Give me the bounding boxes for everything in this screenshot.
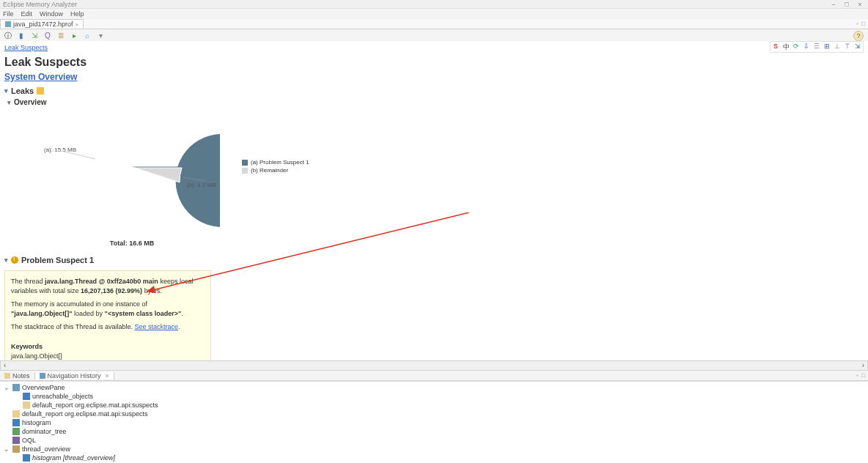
maximize-icon[interactable]: □ — [843, 1, 850, 8]
bottom-minmax: ▫ □ — [856, 372, 865, 379]
close-tab-icon[interactable]: × — [76, 21, 79, 28]
tool-g-icon[interactable]: ⇲ — [853, 42, 862, 51]
breadcrumb: Leak Suspects — [0, 41, 868, 54]
twisty-icon[interactable]: ▾ — [4, 256, 8, 264]
tree-item-thread-overview[interactable]: ⌄thread_overview — [3, 445, 865, 453]
window-title-bar: Eclipse Memory Analyzer − □ × — [0, 0, 868, 9]
s-icon[interactable]: S — [771, 42, 780, 51]
histogram-tool-icon[interactable]: ▮ — [16, 31, 26, 41]
menu-window[interactable]: Window — [40, 10, 63, 18]
keywords-value: java.lang.Object[] — [11, 352, 62, 360]
histogram-icon — [12, 419, 20, 426]
tool-d-icon[interactable]: ⊞ — [823, 42, 831, 51]
maximize-pane-icon[interactable]: □ — [861, 372, 865, 379]
info-icon — [12, 384, 20, 391]
tree-item-overview-pane[interactable]: ⌄OverviewPane — [3, 383, 865, 392]
legend-a: (a) Problem Suspect 1 — [251, 159, 309, 166]
legend-swatch-b — [242, 168, 248, 174]
navigation-history-tree: ⌄OverviewPane unreachable_objects defaul… — [0, 381, 868, 463]
legend-swatch-a — [242, 160, 248, 166]
section-leaks-label: Leaks — [11, 86, 34, 95]
menu-help[interactable]: Help — [70, 10, 84, 18]
section-detail-icon — [37, 87, 44, 95]
slice-a-label: (a): 15.5 MB — [44, 147, 76, 153]
bottom-tab-bar: Notes Navigation History× ▫ □ — [0, 371, 868, 381]
window-controls: − □ × — [830, 1, 868, 8]
tool-e-icon[interactable]: ⊥ — [833, 42, 842, 51]
file-tab[interactable]: java_pid17472.hprof × — [0, 19, 84, 29]
tab-navigation-history[interactable]: Navigation History× — [35, 372, 114, 379]
slice-b-label: (b): 1.2 MB — [187, 182, 216, 188]
cn-icon[interactable]: 中 — [781, 42, 790, 51]
menu-edit[interactable]: Edit — [21, 10, 33, 18]
minimize-icon[interactable]: − — [830, 1, 837, 8]
thread-icon — [12, 445, 20, 453]
file-tab-label: java_pid17472.hprof — [13, 21, 73, 28]
scroll-right-icon[interactable]: › — [862, 361, 864, 370]
report-content: S 中 ⟳ ⇩ ☰ ⊞ ⊥ ⊤ ⇲ Leak Suspects Leak Sus… — [0, 41, 868, 360]
gc-tool-icon[interactable]: ▾ — [95, 31, 106, 41]
maximize-pane-icon[interactable]: □ — [861, 21, 865, 27]
tab-minmax: ▫ □ — [856, 21, 865, 27]
history-icon — [40, 373, 45, 379]
tool-b-icon[interactable]: ⇩ — [802, 42, 811, 51]
tab-notes[interactable]: Notes — [0, 372, 35, 379]
chart-legend: (a) Problem Suspect 1 (b) Remainder — [242, 159, 309, 175]
minimize-pane-icon[interactable]: ▫ — [856, 372, 858, 379]
tree-item-histogram[interactable]: histogram — [3, 418, 865, 427]
minimize-pane-icon[interactable]: ▫ — [856, 21, 858, 27]
oql-tool-icon[interactable]: Q — [43, 31, 53, 41]
report-icon — [12, 410, 20, 418]
see-stacktrace-link[interactable]: See stacktrace — [134, 323, 178, 330]
tree-tool-icon[interactable]: ⇲ — [29, 31, 40, 41]
info-tool-icon[interactable]: ⓘ — [3, 31, 13, 41]
warning-icon — [11, 256, 18, 264]
tool-c-icon[interactable]: ☰ — [812, 42, 821, 51]
chart-total: Total: 16.6 MB — [29, 240, 235, 247]
section-overview: ▾ Overview — [0, 97, 868, 108]
tree-item-default-report-2[interactable]: default_report org.eclipse.mat.api:suspe… — [3, 410, 865, 418]
pie-chart: (a): 15.5 MB (b): 1.2 MB (a) Problem Sus… — [7, 108, 374, 240]
heap-file-icon — [5, 21, 11, 27]
scroll-left-icon[interactable]: ‹ — [4, 361, 6, 370]
legend-b: (b) Remainder — [251, 167, 288, 174]
tree-item-default-report[interactable]: default_report org.eclipse.mat.api:suspe… — [3, 401, 865, 410]
tree-item-dominator[interactable]: dominator_tree — [3, 427, 865, 436]
tool-f-icon[interactable]: ⊤ — [843, 42, 852, 51]
report-toolbar: S 中 ⟳ ⇩ ☰ ⊞ ⊥ ⊤ ⇲ — [770, 41, 864, 53]
section-problem-suspect: ▾ Problem Suspect 1 — [0, 254, 868, 266]
histogram-icon — [23, 454, 30, 462]
problem-suspect-label: Problem Suspect 1 — [21, 256, 94, 264]
breadcrumb-leak-suspects[interactable]: Leak Suspects — [4, 44, 48, 51]
system-overview-link[interactable]: System Overview — [0, 70, 868, 85]
suspect-detail-box: The thread java.lang.Thread @ 0xff2a40b0… — [4, 270, 211, 360]
twisty-icon[interactable]: ▾ — [4, 87, 8, 95]
thread-tool-icon[interactable]: ≣ — [56, 31, 66, 41]
editor-tab-row: java_pid17472.hprof × ▫ □ — [0, 19, 868, 29]
tree-icon — [12, 428, 20, 435]
tree-item-histogram-thread[interactable]: histogram [thread_overview] — [3, 453, 865, 462]
close-icon[interactable]: × — [856, 1, 864, 8]
menu-file[interactable]: File — [3, 10, 14, 18]
page-title: Leak Suspects — [0, 54, 868, 70]
oql-icon — [12, 437, 20, 444]
search-tool-icon[interactable]: ⌕ — [82, 31, 92, 41]
tree-item-oql[interactable]: OQL — [3, 436, 865, 445]
menu-bar: File Edit Window Help — [0, 9, 868, 19]
help-indicator-icon[interactable]: ? — [853, 31, 864, 41]
tool-a-icon[interactable]: ⟳ — [792, 42, 801, 51]
keywords-heading: Keywords — [11, 343, 43, 350]
tree-item-unreachable[interactable]: unreachable_objects — [3, 392, 865, 401]
window-title: Eclipse Memory Analyzer — [3, 1, 77, 8]
run-tool-icon[interactable]: ▸ — [69, 31, 79, 41]
horizontal-scroll[interactable]: ‹ › — [0, 360, 868, 371]
report-icon — [23, 401, 30, 409]
section-overview-label: Overview — [14, 98, 46, 106]
twisty-icon[interactable]: ▾ — [7, 99, 11, 106]
histogram-icon — [23, 393, 30, 400]
notes-icon — [4, 373, 10, 379]
section-leaks: ▾ Leaks — [0, 85, 868, 97]
